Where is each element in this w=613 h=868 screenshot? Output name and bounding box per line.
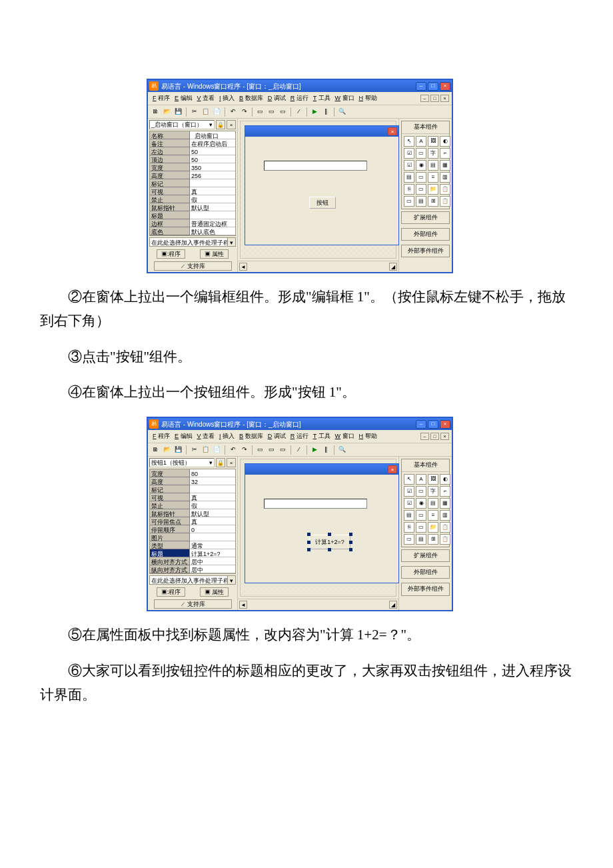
copy-icon[interactable]: 📋 xyxy=(201,107,211,117)
property-value[interactable]: 350 xyxy=(190,163,235,171)
palette-item[interactable]: ▭ xyxy=(404,534,414,545)
palette-item[interactable]: ▭ xyxy=(404,196,414,207)
palette-item[interactable]: 📋 xyxy=(440,534,450,545)
property-value[interactable]: 居中 xyxy=(190,565,235,573)
program-tab-button[interactable]: ▣:程序 xyxy=(157,249,186,259)
palette-item[interactable]: 📋 xyxy=(440,196,450,207)
palette-item[interactable]: ▤ xyxy=(416,196,426,207)
object-combo[interactable]: _启动窗口（窗口）▾ xyxy=(149,120,215,129)
property-row[interactable]: 横向对齐方式居中 xyxy=(150,557,235,565)
find-icon[interactable]: 🔍 xyxy=(337,107,347,117)
form-close-button[interactable]: × xyxy=(388,465,397,473)
palette-item[interactable]: ◉ xyxy=(416,160,426,171)
menu-item[interactable]: F 程序 xyxy=(151,431,172,441)
open-icon[interactable]: 📂 xyxy=(162,445,172,455)
support-library-button[interactable]: ⟋ 支持库 xyxy=(154,261,232,271)
find-icon[interactable]: 🔍 xyxy=(337,445,347,455)
menu-item[interactable]: B 数据库 xyxy=(237,431,265,441)
new-icon[interactable]: 🗎 xyxy=(151,107,161,117)
form-designer[interactable]: × 计算1+2=? xyxy=(238,457,398,610)
menu-item[interactable]: T 工具 xyxy=(311,431,332,441)
property-row[interactable]: 标记 xyxy=(150,179,235,187)
lock-button[interactable]: 🔒 xyxy=(216,458,225,467)
property-value[interactable]: 默认底色 xyxy=(190,227,235,235)
menu-item[interactable]: E 编辑 xyxy=(173,93,195,103)
palette-item[interactable]: ☑ xyxy=(404,498,414,509)
undo-icon[interactable]: ↶ xyxy=(228,107,238,117)
form3-icon[interactable]: ▭ xyxy=(278,445,288,455)
property-value[interactable]: 普通固定边框 xyxy=(190,219,235,227)
palette-item[interactable]: ▥ xyxy=(440,510,450,521)
property-value[interactable] xyxy=(190,211,235,219)
palette-header-extended[interactable]: 扩展组件 xyxy=(401,211,450,224)
minimize-button[interactable]: – xyxy=(416,420,426,429)
property-row[interactable]: 鼠标指针默认型 xyxy=(150,509,235,517)
palette-item[interactable]: ⎘ xyxy=(404,184,414,195)
palette-item[interactable]: ☑ xyxy=(404,148,414,159)
button1-control[interactable]: 按钮 xyxy=(309,197,336,209)
palette-item[interactable]: ◐ xyxy=(440,474,450,485)
property-row[interactable]: 纵向对齐方式居中 xyxy=(150,565,235,573)
palette-item[interactable]: ≡ xyxy=(428,510,438,521)
form-designer[interactable]: × 按钮 ◄ ◢ xyxy=(238,119,398,272)
property-value[interactable]: _启动窗口 xyxy=(190,131,235,139)
palette-header-basic[interactable]: 基本组件 xyxy=(402,121,449,133)
palette-item[interactable]: ◐ xyxy=(440,136,450,147)
menu-item[interactable]: V 查看 xyxy=(195,93,217,103)
palette-item[interactable]: ⌐ xyxy=(440,486,450,497)
menu-item[interactable]: E 编辑 xyxy=(173,431,195,441)
run-icon[interactable]: ▶ xyxy=(310,445,320,455)
scroll-corner-icon[interactable]: ◢ xyxy=(389,601,397,609)
design-form-window[interactable]: × 按钮 xyxy=(245,125,399,245)
redo-icon[interactable]: ↷ xyxy=(239,445,249,455)
support-library-button[interactable]: ⟋ 支持库 xyxy=(154,599,232,609)
mdi-restore-button[interactable]: □ xyxy=(430,433,439,440)
form2-icon[interactable]: ▭ xyxy=(267,445,277,455)
editbox1-control[interactable] xyxy=(264,499,367,509)
scroll-corner-icon[interactable]: ◢ xyxy=(389,263,397,271)
maximize-button[interactable]: □ xyxy=(428,82,438,91)
menu-item[interactable]: B 数据库 xyxy=(237,93,265,103)
property-row[interactable]: 停留顺序0 xyxy=(150,525,235,533)
property-value[interactable]: 真 xyxy=(190,493,235,501)
palette-item[interactable]: 📋 xyxy=(440,184,450,195)
property-value[interactable]: 假 xyxy=(190,501,235,509)
properties-tab-button[interactable]: ▣ 属性 xyxy=(200,587,229,597)
palette-item[interactable]: ▭ xyxy=(416,184,426,195)
property-value[interactable] xyxy=(190,179,235,187)
form1-icon[interactable]: ▭ xyxy=(255,445,265,455)
lock-button[interactable]: 🔒 xyxy=(216,120,225,129)
form-close-button[interactable]: × xyxy=(388,127,397,135)
palette-header-external[interactable]: 外部组件 xyxy=(401,566,450,579)
property-row[interactable]: 标题计算1+2=? xyxy=(150,549,235,557)
property-row[interactable]: 左边50 xyxy=(150,147,235,155)
menu-item[interactable]: W 窗口 xyxy=(333,93,356,103)
menu-item[interactable]: H 帮助 xyxy=(357,431,379,441)
paste-icon[interactable]: 📄 xyxy=(212,445,222,455)
property-value[interactable]: 默认型 xyxy=(190,203,235,211)
palette-item[interactable]: ▭ xyxy=(416,486,426,497)
menu-item[interactable]: F 程序 xyxy=(151,93,172,103)
close-button[interactable]: × xyxy=(440,82,450,91)
palette-item[interactable]: 🖼 xyxy=(428,474,438,485)
property-grid[interactable]: 名称_启动窗口备注在程序启动后左边50顶边50宽度350高度256标记可视真禁止… xyxy=(149,131,236,236)
palette-item[interactable]: ▤ xyxy=(428,160,438,171)
palette-item[interactable]: A xyxy=(416,474,426,485)
menu-item[interactable]: R 运行 xyxy=(289,93,310,103)
property-value[interactable]: 居中 xyxy=(190,557,235,565)
close-panel-button[interactable]: × xyxy=(227,120,236,129)
palette-header-basic[interactable]: 基本组件 xyxy=(402,459,449,471)
event-combo[interactable]: 在此处选择加入事件处理子程 ▾ xyxy=(149,237,236,247)
property-row[interactable]: 可视真 xyxy=(150,187,235,195)
mdi-minimize-button[interactable]: – xyxy=(420,95,429,102)
palette-item[interactable]: ↖ xyxy=(404,474,414,485)
object-combo[interactable]: 按钮1（按钮）▾ xyxy=(149,458,215,467)
palette-item[interactable]: ▥ xyxy=(440,172,450,183)
redo-icon[interactable]: ↷ xyxy=(239,107,249,117)
palette-item[interactable]: ▦ xyxy=(440,498,450,509)
property-row[interactable]: 宽度80 xyxy=(150,469,235,477)
property-value[interactable]: 256 xyxy=(190,171,235,179)
property-value[interactable] xyxy=(190,533,235,541)
cut-icon[interactable]: ✂ xyxy=(189,107,199,117)
palette-item[interactable]: 📁 xyxy=(428,184,438,195)
